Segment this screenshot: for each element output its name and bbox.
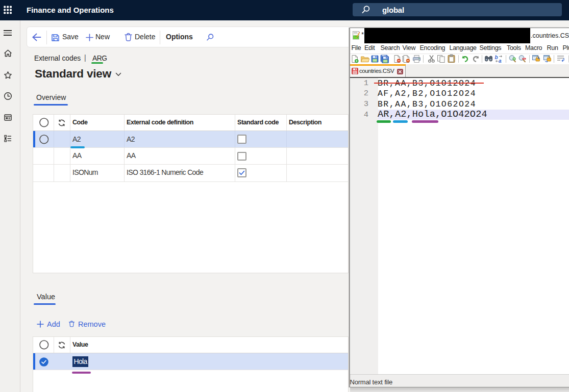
svg-text:b: b [495,55,498,60]
svg-text:a: a [499,58,502,64]
